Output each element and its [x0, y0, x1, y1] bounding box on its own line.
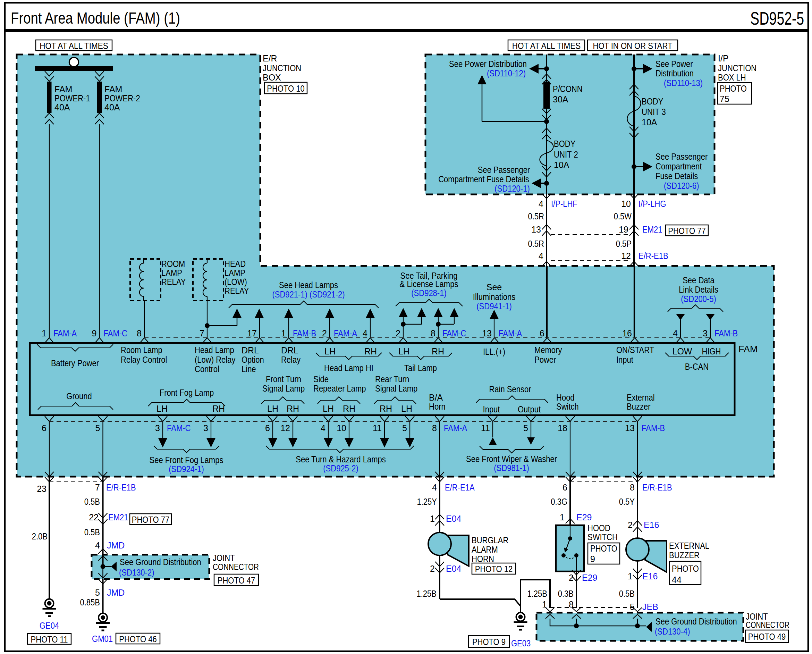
svg-text:0.5B: 0.5B: [84, 527, 100, 537]
svg-text:44: 44: [672, 575, 682, 585]
svg-text:P/CONN: P/CONN: [553, 84, 583, 94]
svg-text:(SD924-1): (SD924-1): [169, 464, 204, 474]
svg-text:JUNCTION: JUNCTION: [263, 63, 301, 73]
svg-text:0.5Y: 0.5Y: [619, 497, 635, 506]
svg-text:Distribution: Distribution: [655, 69, 694, 78]
svg-text:Option: Option: [241, 355, 264, 365]
svg-text:5: 5: [630, 602, 635, 612]
svg-text:Illuminations: Illuminations: [473, 292, 515, 302]
svg-text:4: 4: [321, 423, 325, 433]
svg-text:75: 75: [720, 94, 730, 104]
svg-text:PHOTO: PHOTO: [720, 84, 747, 93]
svg-text:FAM-B: FAM-B: [642, 423, 665, 433]
svg-text:LH: LH: [398, 347, 409, 356]
svg-text:1: 1: [281, 329, 286, 338]
svg-text:0.5B: 0.5B: [619, 589, 635, 599]
svg-text:E04: E04: [446, 514, 461, 524]
svg-text:FAM: FAM: [739, 344, 758, 355]
svg-text:3: 3: [703, 329, 708, 338]
svg-text:FAM-B: FAM-B: [714, 329, 738, 338]
svg-text:2: 2: [395, 329, 400, 338]
svg-text:Control: Control: [195, 364, 219, 374]
svg-text:0.5W: 0.5W: [614, 211, 632, 221]
svg-text:8: 8: [137, 329, 142, 338]
svg-text:UNIT 3: UNIT 3: [642, 107, 666, 117]
svg-text:JUNCTION: JUNCTION: [718, 63, 757, 73]
svg-text:30A: 30A: [553, 95, 568, 104]
svg-text:UNIT 2: UNIT 2: [554, 150, 578, 159]
svg-text:B-CAN: B-CAN: [685, 362, 708, 371]
svg-text:6: 6: [265, 423, 270, 433]
svg-text:9: 9: [590, 554, 595, 564]
svg-text:Side: Side: [313, 374, 329, 384]
svg-text:ILL.(+): ILL.(+): [483, 347, 505, 356]
svg-text:Front Area Module (FAM) (1): Front Area Module (FAM) (1): [11, 9, 180, 27]
svg-text:11: 11: [481, 423, 490, 433]
svg-text:HOT AT ALL TIMES: HOT AT ALL TIMES: [40, 41, 108, 51]
svg-text:3: 3: [203, 423, 208, 433]
svg-text:EM21: EM21: [642, 225, 662, 234]
svg-text:LH: LH: [324, 347, 336, 356]
svg-text:FAM: FAM: [104, 84, 122, 94]
svg-text:Input: Input: [616, 355, 633, 365]
svg-text:PHOTO 77: PHOTO 77: [668, 226, 705, 236]
svg-text:ON/START: ON/START: [616, 345, 654, 355]
svg-text:4: 4: [95, 541, 100, 550]
svg-text:See Head Lamps: See Head Lamps: [279, 280, 338, 290]
svg-text:Battery Power: Battery Power: [51, 358, 99, 368]
svg-text:Switch: Switch: [556, 402, 579, 411]
svg-text:PHOTO 47: PHOTO 47: [218, 576, 255, 585]
svg-text:PHOTO: PHOTO: [590, 544, 617, 553]
svg-text:(SD921-1) (SD921-2): (SD921-1) (SD921-2): [272, 289, 345, 299]
svg-text:18: 18: [558, 423, 567, 433]
svg-text:6: 6: [563, 483, 567, 492]
svg-text:B/A: B/A: [429, 393, 443, 402]
svg-text:10A: 10A: [554, 160, 569, 170]
svg-text:4: 4: [432, 483, 437, 492]
svg-text:1.25B: 1.25B: [417, 589, 437, 599]
svg-text:LH: LH: [323, 404, 334, 413]
svg-text:EXTERNAL: EXTERNAL: [669, 541, 709, 550]
svg-text:LH: LH: [267, 404, 278, 413]
svg-text:Room Lamp: Room Lamp: [121, 345, 162, 355]
svg-text:E/R-E1B: E/R-E1B: [106, 483, 136, 492]
svg-text:Hood: Hood: [556, 393, 575, 402]
svg-text:Ground: Ground: [66, 391, 92, 401]
svg-text:Head Lamp HI: Head Lamp HI: [324, 363, 373, 373]
svg-text:EM21: EM21: [108, 512, 128, 522]
svg-text:0.3G: 0.3G: [551, 497, 567, 506]
svg-text:8: 8: [432, 423, 437, 433]
svg-text:RELAY: RELAY: [161, 277, 186, 287]
svg-text:LAMP: LAMP: [161, 268, 182, 278]
svg-text:LH: LH: [157, 404, 168, 413]
svg-text:Signal Lamp: Signal Lamp: [375, 384, 417, 393]
svg-text:E/R: E/R: [263, 53, 277, 63]
svg-text:0.5P: 0.5P: [616, 239, 632, 249]
svg-text:8: 8: [630, 483, 635, 492]
svg-text:GE04: GE04: [40, 621, 59, 630]
svg-text:POWER-2: POWER-2: [104, 93, 140, 103]
svg-text:10: 10: [337, 423, 346, 433]
svg-text:0.5R: 0.5R: [528, 239, 545, 249]
svg-text:E/R-E1A: E/R-E1A: [445, 483, 475, 492]
svg-text:E16: E16: [642, 571, 658, 581]
svg-text:See Ground Distribution: See Ground Distribution: [120, 557, 201, 567]
svg-text:CONNECTOR: CONNECTOR: [746, 620, 789, 630]
svg-text:2: 2: [569, 573, 574, 582]
svg-text:See Data: See Data: [682, 275, 714, 285]
svg-text:2: 2: [430, 564, 435, 573]
svg-text:FAM-A: FAM-A: [444, 423, 467, 433]
svg-text:Compartment: Compartment: [655, 161, 702, 171]
svg-text:RELAY: RELAY: [224, 286, 249, 296]
svg-text:E/R-E1B: E/R-E1B: [638, 251, 669, 261]
svg-text:13: 13: [625, 423, 635, 433]
svg-text:(SD928-1): (SD928-1): [411, 288, 447, 298]
svg-text:(SD200-5): (SD200-5): [681, 294, 716, 304]
svg-text:HOT AT ALL TIMES: HOT AT ALL TIMES: [512, 41, 581, 51]
svg-text:HOOD: HOOD: [588, 523, 611, 533]
svg-text:RH: RH: [364, 347, 377, 356]
svg-text:BURGLAR: BURGLAR: [472, 535, 508, 545]
svg-text:External: External: [627, 393, 655, 402]
svg-text:(SD925-2): (SD925-2): [323, 463, 359, 473]
svg-text:Fuse Details: Fuse Details: [655, 171, 698, 181]
